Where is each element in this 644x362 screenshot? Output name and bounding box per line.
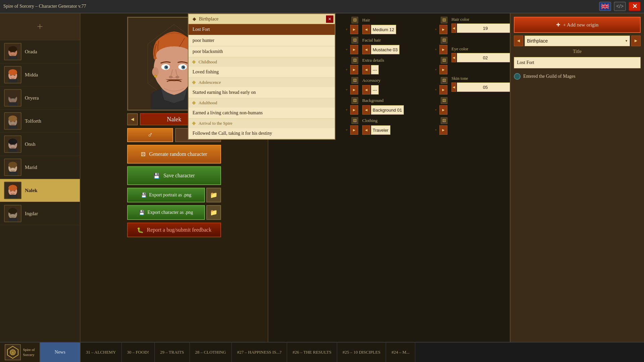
app-logo: ⚔ Spire of Sorcery	[0, 343, 40, 362]
add-origin-button[interactable]: ✚ + Add new origin	[514, 17, 641, 33]
ears-next[interactable]: ►	[350, 125, 358, 135]
svg-point-5	[14, 52, 16, 53]
hair-color-input[interactable]	[457, 23, 510, 33]
gender-male-button[interactable]: ♂	[127, 128, 173, 142]
export-portrait-folder-button[interactable]: 📁	[206, 188, 221, 202]
news-tab[interactable]: 31 – ALCHEMY	[80, 343, 122, 362]
export-char-button[interactable]: 💾 Export character as .png	[127, 205, 205, 220]
ears-dice[interactable]: ⚄	[352, 117, 358, 124]
gear-icon: </>	[616, 3, 624, 9]
sidebar-item-ingdar[interactable]: Ingdar	[0, 202, 80, 225]
extra-details-select[interactable]: ---	[371, 65, 379, 74]
clothing-next[interactable]: ►	[439, 125, 447, 135]
save-button[interactable]: 💾 Save character	[127, 166, 221, 185]
sidebar-item-oryera[interactable]: Oryera	[0, 86, 80, 110]
add-character-button[interactable]: +	[0, 13, 80, 40]
language-button[interactable]	[599, 2, 611, 11]
export-char-folder-button[interactable]: 📁	[206, 205, 221, 220]
news-tab[interactable]: 28 – CLOTHING	[190, 343, 232, 362]
origin-select[interactable]: Birthplace	[525, 36, 630, 46]
char-name-orada: Orada	[25, 49, 37, 55]
story-item-selected[interactable]: Lost Fort	[189, 24, 335, 35]
clothing-select[interactable]: Traveler	[371, 125, 390, 135]
sidebar-item-nalek[interactable]: Nalek	[0, 179, 80, 202]
character-list: Orada Midda Oryera Tolforth	[0, 40, 80, 225]
background-select[interactable]: Background 01	[371, 105, 404, 115]
extra-details-prev[interactable]: ◄	[362, 65, 370, 74]
background-dice[interactable]: ⚄	[441, 97, 447, 104]
eye-color-prev[interactable]: ◄	[451, 53, 456, 62]
neck-dice[interactable]: ⚄	[352, 37, 358, 44]
accessory-select[interactable]: ---	[371, 85, 379, 95]
mouth-dice[interactable]: ⚄	[352, 97, 358, 104]
sidebar-item-onsh[interactable]: Onsh	[0, 133, 80, 156]
name-prev-button[interactable]: ◄	[127, 113, 138, 125]
news-tab[interactable]: #25 – 10 DISCIPLES	[337, 343, 386, 362]
plus-icon: ✚	[556, 22, 560, 28]
extra-details-next[interactable]: ►	[439, 65, 447, 74]
bug-label: Report a bug/submit feedback	[147, 227, 211, 233]
hair-next[interactable]: ►	[439, 25, 447, 34]
background-prev[interactable]: ◄	[362, 105, 370, 115]
settings-button[interactable]: </>	[614, 2, 626, 11]
facial-hair-select[interactable]: Mustache 03	[371, 45, 399, 54]
face-next[interactable]: ►	[350, 25, 358, 34]
story-item[interactable]: Started earning his bread early on	[189, 87, 335, 98]
character-sidebar: + Orada Midda Oryera	[0, 13, 80, 342]
story-item[interactable]: poor hunter	[189, 35, 335, 46]
story-item[interactable]: Earned a living catching non-humans	[189, 108, 335, 119]
hair-prev[interactable]: ◄	[362, 25, 370, 34]
attr-col-3: Hair color ◄ ▼ ► Eye color ◄	[451, 17, 510, 135]
origin-nav-next[interactable]: ►	[631, 36, 641, 46]
bug-button[interactable]: 🐛 Report a bug/submit feedback	[127, 223, 221, 237]
story-item[interactable]: Followed the Call, taking it for his des…	[189, 128, 335, 139]
skin-tone-input[interactable]	[457, 82, 510, 92]
neck-next[interactable]: ►	[350, 45, 358, 54]
sidebar-item-tolforth[interactable]: Tolforth	[0, 110, 80, 133]
news-tab[interactable]: #26 – THE RESULTS	[287, 343, 337, 362]
svg-rect-48	[8, 218, 17, 222]
story-item[interactable]: Loved fishing	[189, 67, 335, 78]
news-tab[interactable]: #24 – M...	[386, 343, 415, 362]
origin-nav-prev[interactable]: ◄	[514, 36, 523, 46]
story-item[interactable]: poor blacksmith	[189, 46, 335, 57]
mouth-next[interactable]: ►	[350, 105, 358, 115]
origin-title-field[interactable]	[514, 57, 641, 68]
eyes-next[interactable]: ►	[350, 65, 358, 74]
hair-select[interactable]: Medium 12	[371, 25, 396, 34]
accessory-dice[interactable]: ⚄	[441, 77, 447, 84]
eyes-dice[interactable]: ⚄	[352, 57, 358, 64]
accessory-next[interactable]: ►	[439, 85, 447, 95]
generate-button[interactable]: ⚄ Generate random character	[127, 145, 221, 164]
skin-tone-prev[interactable]: ◄	[451, 82, 456, 92]
svg-point-22	[10, 121, 12, 122]
eye-color-input[interactable]	[457, 53, 510, 62]
char-name-midda: Midda	[25, 72, 38, 78]
sidebar-item-orada[interactable]: Orada	[0, 40, 80, 63]
nose-next[interactable]: ►	[350, 85, 358, 95]
clothing-dice[interactable]: ⚄	[441, 117, 447, 124]
news-center-button[interactable]: News	[40, 343, 80, 362]
nose-dice[interactable]: ⚄	[352, 77, 358, 84]
close-button[interactable]: ✕	[629, 2, 641, 11]
hair-color-prev[interactable]: ◄	[451, 23, 456, 33]
news-tab[interactable]: #27 – HAPPINESS IS...?	[232, 343, 287, 362]
news-tab[interactable]: 29 – TRAITS	[155, 343, 190, 362]
export-portrait-button[interactable]: 💾 Export portrait as .png	[127, 188, 205, 202]
story-close-button[interactable]: ✕	[326, 15, 333, 23]
facial-hair-dice[interactable]: ⚄	[441, 37, 447, 44]
svg-text:⚔: ⚔	[11, 351, 14, 354]
facial-hair-next[interactable]: ►	[439, 45, 447, 54]
news-tab[interactable]: 30 – FOOD!	[122, 343, 155, 362]
facial-hair-prev[interactable]: ◄	[362, 45, 370, 54]
background-next[interactable]: ►	[439, 105, 447, 115]
extra-details-dice[interactable]: ⚄	[441, 57, 447, 64]
sidebar-item-marid[interactable]: Marid	[0, 156, 80, 179]
clothing-prev[interactable]: ◄	[362, 125, 370, 135]
char-avatar-tolforth	[4, 112, 21, 130]
attr-col-2: Hair ⚄ ◄ Medium 12 ►	[362, 17, 447, 135]
face-dice[interactable]: ⚄	[352, 17, 358, 23]
sidebar-item-midda[interactable]: Midda	[0, 63, 80, 86]
accessory-prev[interactable]: ◄	[362, 85, 370, 95]
hair-dice[interactable]: ⚄	[441, 17, 447, 23]
